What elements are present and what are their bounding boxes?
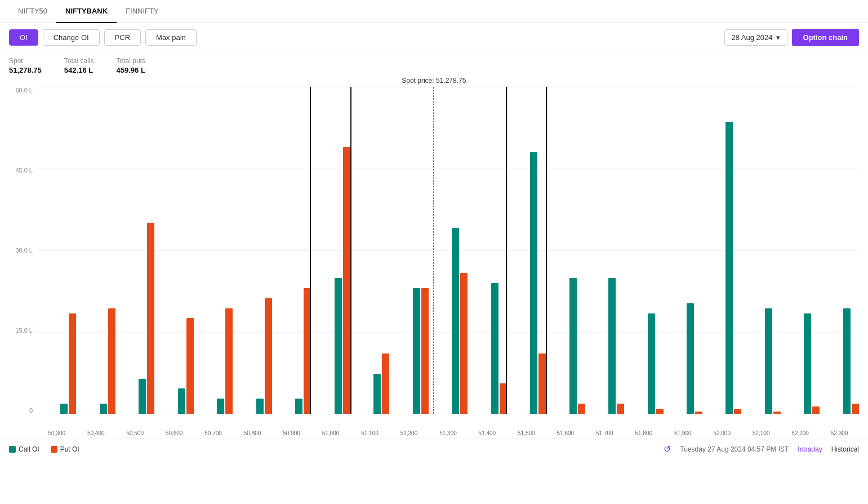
- bar-group-51100: [350, 87, 389, 414]
- footer-right: ↺ Tuesday 27 Aug 2024 04:57 PM IST Intra…: [664, 444, 859, 454]
- total-puts-label: Total puts: [117, 57, 145, 65]
- put-bar: [421, 288, 429, 414]
- chart-container: 60.0 L45.0 L30.0 L15.0 L0 Spot price: 51…: [0, 81, 868, 436]
- call-bar: [725, 122, 733, 414]
- bar-group-51600: [546, 87, 585, 414]
- call-legend-dot: [9, 446, 16, 453]
- put-legend-dot: [51, 446, 57, 453]
- spot-value: 51,278.75: [9, 66, 42, 74]
- refresh-icon[interactable]: ↺: [664, 444, 671, 454]
- y-label: 0: [29, 407, 33, 414]
- x-label: 50,900: [272, 428, 311, 436]
- toolbar: OIChange OIPCRMax pain28 Aug 2024▾Option…: [0, 23, 868, 52]
- date-label: 28 Aug 2024: [732, 33, 773, 42]
- x-axis: 50,30050,40050,50050,60050,70050,80050,9…: [37, 428, 859, 436]
- y-label: 60.0 L: [15, 87, 33, 94]
- tab-niftybank[interactable]: NIFTYBANK: [56, 0, 117, 23]
- put-bar: [812, 406, 820, 414]
- x-label: 51,000: [311, 428, 350, 436]
- call-bar: [256, 399, 264, 414]
- option-chain-button[interactable]: Option chain: [792, 29, 859, 46]
- put-bar: [382, 353, 389, 414]
- x-label: 50,600: [154, 428, 193, 436]
- bar-group-50700: [194, 87, 233, 414]
- footer-timestamp: Tuesday 27 Aug 2024 04:57 PM IST: [680, 445, 789, 453]
- bar-group-52100: [741, 87, 780, 414]
- put-bar: [69, 313, 76, 414]
- put-bar: [773, 412, 781, 414]
- call-bar: [217, 399, 224, 414]
- total-puts-value: 459.96 L: [117, 66, 145, 74]
- call-bar: [413, 288, 420, 414]
- x-label: 50,700: [194, 428, 233, 436]
- btn-max_pain[interactable]: Max pain: [145, 29, 197, 46]
- bar-group-51000: [311, 87, 350, 414]
- x-label: 52,000: [702, 428, 741, 436]
- y-axis: 60.0 L45.0 L30.0 L15.0 L0: [9, 87, 37, 414]
- total-calls-label: Total calls: [64, 57, 94, 65]
- call-bar: [530, 152, 537, 414]
- bar-group-52200: [781, 87, 820, 414]
- legend-items: Call OI Put OI: [9, 445, 79, 453]
- chevron-down-icon: ▾: [776, 33, 780, 42]
- put-bar: [304, 288, 311, 414]
- x-label: 51,300: [429, 428, 468, 436]
- x-label: 50,400: [76, 428, 115, 436]
- call-bar: [295, 399, 302, 414]
- tab-finnifty[interactable]: FINNIFTY: [117, 0, 168, 23]
- historical-link[interactable]: Historical: [831, 445, 859, 453]
- bars-area: [37, 87, 859, 414]
- call-bar: [373, 374, 381, 414]
- call-bar: [335, 278, 342, 414]
- put-bar: [186, 318, 194, 414]
- bar-group-51200: [389, 87, 428, 414]
- total-calls-value: 542.16 L: [64, 66, 94, 74]
- btn-oi[interactable]: OI: [9, 29, 38, 46]
- x-label: 52,100: [741, 428, 780, 436]
- put-bar: [852, 404, 859, 414]
- call-bar: [100, 404, 107, 414]
- intraday-link[interactable]: Intraday: [798, 445, 822, 453]
- total-puts-stat: Total puts 459.96 L: [117, 57, 145, 74]
- bar-group-51800: [624, 87, 663, 414]
- bar-group-51700: [585, 87, 624, 414]
- call-bar: [491, 283, 498, 414]
- call-bar: [60, 404, 68, 414]
- x-label: 51,900: [664, 428, 702, 436]
- call-bar: [687, 303, 694, 414]
- put-bar: [578, 404, 585, 414]
- x-label: 50,800: [233, 428, 271, 436]
- spot-stat: Spot 51,278.75: [9, 57, 42, 74]
- x-label: 50,500: [115, 428, 154, 436]
- x-label: 51,700: [585, 428, 624, 436]
- x-label: 52,200: [781, 428, 820, 436]
- y-label: 45.0 L: [15, 167, 33, 174]
- call-bar: [804, 313, 811, 414]
- put-bar: [617, 404, 624, 414]
- tab-nifty50[interactable]: NIFTY50: [9, 0, 56, 23]
- call-bar: [569, 278, 577, 414]
- btn-change_oi[interactable]: Change OI: [43, 29, 100, 46]
- date-selector[interactable]: 28 Aug 2024▾: [724, 29, 787, 46]
- y-label: 15.0 L: [15, 327, 33, 334]
- top-tabs: NIFTY50NIFTYBANKFINNIFTY: [0, 0, 868, 23]
- x-label: 51,200: [389, 428, 428, 436]
- bar-group-50600: [154, 87, 193, 414]
- call-legend-label: Call OI: [19, 445, 39, 453]
- call-bar: [843, 308, 851, 414]
- bar-group-50900: [272, 87, 311, 414]
- x-label: 51,400: [468, 428, 506, 436]
- chart-inner: 60.0 L45.0 L30.0 L15.0 L0 Spot price: 51…: [9, 87, 859, 436]
- put-bar: [147, 223, 154, 414]
- put-bar: [343, 147, 350, 414]
- bar-group-50400: [76, 87, 115, 414]
- spot-label: Spot: [9, 57, 42, 65]
- put-bar: [695, 412, 702, 414]
- bar-group-51400: [468, 87, 506, 414]
- btn-pcr[interactable]: PCR: [104, 29, 141, 46]
- bar-group-51500: [507, 87, 546, 414]
- put-bar: [225, 308, 233, 414]
- bar-group-50500: [115, 87, 154, 414]
- bar-group-52000: [702, 87, 741, 414]
- put-bar: [460, 273, 468, 414]
